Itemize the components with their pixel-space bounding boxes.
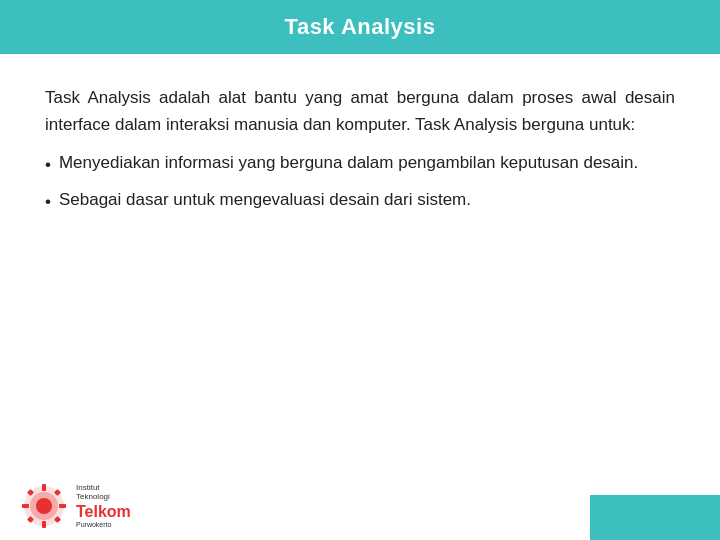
main-paragraph: Task Analysis adalah alat bantu yang ama… [45,84,675,138]
bullet-dot: • [45,152,51,178]
svg-rect-3 [42,484,46,491]
bullet-dot: • [45,189,51,215]
logo-text: Institut Teknologi Telkom Purwokerto [76,483,131,530]
bullet-item: •Sebagai dasar untuk mengevaluasi desain… [45,187,675,215]
footer-accent [590,495,720,540]
svg-rect-4 [42,521,46,528]
svg-rect-5 [22,504,29,508]
logo-institute: Institut [76,483,131,493]
slide-title: Task Analysis [30,14,690,40]
bullet-text-0: Menyediakan informasi yang berguna dalam… [59,150,638,176]
logo-area: Institut Teknologi Telkom Purwokerto [0,472,151,540]
logo-telkom: Telkom [76,502,131,521]
content-area: Task Analysis adalah alat bantu yang ama… [0,54,720,470]
footer-area: Institut Teknologi Telkom Purwokerto [0,470,720,540]
bullet-item: •Menyediakan informasi yang berguna dala… [45,150,675,178]
svg-point-2 [36,498,52,514]
bullet-list: •Menyediakan informasi yang berguna dala… [45,150,675,215]
logo-icon [20,482,68,530]
logo-teknologi: Teknologi [76,492,131,502]
bullet-text-1: Sebagai dasar untuk mengevaluasi desain … [59,187,471,213]
slide-container: Task Analysis Task Analysis adalah alat … [0,0,720,540]
svg-rect-6 [59,504,66,508]
title-bar: Task Analysis [0,0,720,54]
logo-purwokerto: Purwokerto [76,521,131,529]
